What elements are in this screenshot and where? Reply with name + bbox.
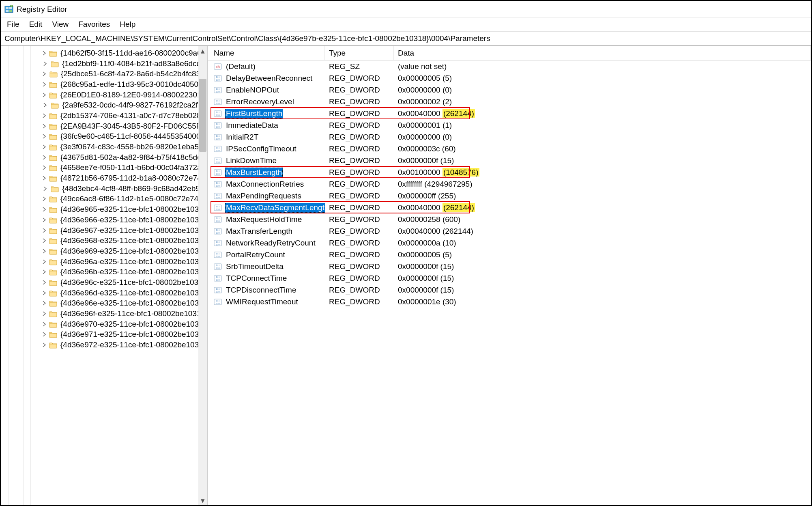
tree-item[interactable]: {4d36e965-e325-11ce-bfc1-08002be10318} [1,204,207,215]
tree-item[interactable]: {4d36e966-e325-11ce-bfc1-08002be10318} [1,215,207,225]
svg-text:110: 110 [216,185,220,187]
tree-item[interactable]: {26E0D1E0-8189-12E0-9914-080022301904} [1,90,207,100]
tree-item[interactable]: {36fc9e60-c465-11cf-8056-444553540000} [1,131,207,142]
chevron-right-icon[interactable] [42,227,47,234]
tree-item[interactable]: {48d3ebc4-4cf8-48ff-b869-9c68ad42eb9f} [1,183,207,194]
tree-item[interactable]: {4d36e968-e325-11ce-bfc1-08002be10318} [1,235,207,246]
tree-item[interactable]: {4d36e970-e325-11ce-bfc1-08002be10318} [1,319,207,329]
menu-help[interactable]: Help [120,20,135,29]
value-row[interactable]: 011110TCPDisconnectTimeREG_DWORD0x000000… [208,284,811,296]
chevron-right-icon[interactable] [42,206,47,213]
tree-item[interactable]: {2EA9B43F-3045-43B5-80F2-FD06C55FBB90} [1,121,207,131]
tree-item[interactable]: {4d36e96d-e325-11ce-bfc1-08002be10318} [1,288,207,298]
svg-text:011: 011 [216,135,220,137]
tree-item-label: {4d36e96a-e325-11ce-bfc1-08002be10318} [60,257,208,266]
chevron-right-icon[interactable] [42,50,47,56]
value-row[interactable]: 011110WMIRequestTimeoutREG_DWORD0x000000… [208,296,811,308]
value-row[interactable]: 011110ErrorRecoveryLevelREG_DWORD0x00000… [208,96,811,108]
col-header-data[interactable]: Data [394,46,811,60]
menu-edit[interactable]: Edit [29,20,43,29]
tree-item[interactable]: {49ce6ac8-6f86-11d2-b1e5-0080c72e74a2} [1,194,207,205]
value-row[interactable]: 011110DelayBetweenReconnectREG_DWORD0x00… [208,72,811,84]
value-row[interactable]: 011110MaxBurstLengthREG_DWORD0x00100000 … [208,166,811,178]
col-header-name[interactable]: Name [208,46,325,60]
value-row[interactable]: 011110FirstBurstLengthREG_DWORD0x0004000… [208,108,811,119]
value-row[interactable]: 011110IPSecConfigTimeoutREG_DWORD0x00000… [208,143,811,155]
tree-item[interactable]: {4d36e969-e325-11ce-bfc1-08002be10318} [1,246,207,256]
scroll-up-icon[interactable]: ▴ [198,46,207,55]
value-row[interactable]: 011110PortalRetryCountREG_DWORD0x0000000… [208,249,811,261]
value-row[interactable]: 011110LinkDownTimeREG_DWORD0x0000000f (1… [208,155,811,166]
tree-scrollbar[interactable]: ▴ ▾ [198,46,207,505]
chevron-right-icon[interactable] [42,144,47,150]
tree-item[interactable]: {1ed2bbf9-11f0-4084-b21f-ad83a8e6dcdc} [1,58,207,69]
chevron-right-icon[interactable] [42,237,47,244]
tree-item[interactable]: {48721b56-6795-11d2-b1a8-0080c72e74a2} [1,173,207,183]
menu-file[interactable]: File [7,20,19,29]
value-row[interactable]: 011110MaxRecvDataSegmentLengthREG_DWORD0… [208,202,811,213]
address-bar[interactable]: Computer\HKEY_LOCAL_MACHINE\SYSTEM\Curre… [1,32,811,46]
tree-item[interactable]: {2db15374-706e-4131-a0c7-d7c78eb0289a} [1,110,207,121]
chevron-right-icon[interactable] [42,217,47,223]
tree-item[interactable]: {43675d81-502a-4a82-9f84-b75f418c5dea} [1,152,207,163]
scroll-thumb[interactable] [199,79,206,152]
tree-item[interactable]: {25dbce51-6c8f-4a72-8a6d-b54c2b4fc835} [1,69,207,79]
value-row[interactable]: 011110SrbTimeoutDeltaREG_DWORD0x0000000f… [208,261,811,272]
tree-item[interactable]: {4d36e96c-e325-11ce-bfc1-08002be10318} [1,277,207,288]
chevron-right-icon[interactable] [42,185,48,192]
values-pane[interactable]: Name Type Data ab(Default)REG_SZ(value n… [208,46,811,505]
tree-item[interactable]: {268c95a1-edfe-11d3-95c3-0010dc4050a5} [1,79,207,90]
menu-view[interactable]: View [52,20,69,29]
folder-icon [49,123,57,129]
value-name: TCPConnectTime [225,273,288,283]
tree-item[interactable]: {4d36e967-e325-11ce-bfc1-08002be10318} [1,225,207,236]
chevron-right-icon[interactable] [42,154,47,161]
chevron-right-icon[interactable] [42,300,47,306]
chevron-right-icon[interactable] [42,196,47,202]
chevron-right-icon[interactable] [42,81,47,88]
chevron-right-icon[interactable] [42,269,47,275]
value-row[interactable]: 011110MaxConnectionRetriesREG_DWORD0xfff… [208,178,811,190]
chevron-right-icon[interactable] [42,290,47,296]
chevron-right-icon[interactable] [42,102,48,108]
value-row[interactable]: 011110ImmediateDataREG_DWORD0x00000001 (… [208,119,811,131]
scroll-down-icon[interactable]: ▾ [198,496,207,505]
chevron-right-icon[interactable] [42,133,47,140]
tree-item[interactable]: {14b62f50-3f15-11dd-ae16-0800200c9a66} [1,48,207,58]
chevron-right-icon[interactable] [42,321,47,327]
value-row[interactable]: 011110EnableNOPOutREG_DWORD0x00000000 (0… [208,84,811,96]
folder-icon [49,133,57,140]
tree-item[interactable]: {4d36e96b-e325-11ce-bfc1-08002be10318} [1,267,207,277]
chevron-right-icon[interactable] [42,279,47,286]
chevron-right-icon[interactable] [42,92,47,98]
tree-item[interactable]: {4d36e96e-e325-11ce-bfc1-08002be10318} [1,298,207,309]
tree-item[interactable]: {4d36e972-e325-11ce-bfc1-08002be10318} [1,340,207,350]
col-header-type[interactable]: Type [325,46,394,60]
tree-item[interactable]: {2a9fe532-0cdc-44f9-9827-76192f2ca2fb} [1,100,207,110]
chevron-right-icon[interactable] [42,60,48,67]
tree-item[interactable]: {4d36e96f-e325-11ce-bfc1-08002be10318} [1,308,207,319]
tree-item[interactable]: {4d36e96a-e325-11ce-bfc1-08002be10318} [1,256,207,267]
chevron-right-icon[interactable] [42,71,47,77]
value-row[interactable]: 011110MaxRequestHoldTimeREG_DWORD0x00000… [208,213,811,225]
chevron-right-icon[interactable] [42,123,47,129]
value-row[interactable]: 011110TCPConnectTimeREG_DWORD0x0000000f … [208,272,811,284]
value-row[interactable]: ab(Default)REG_SZ(value not set) [208,60,811,72]
chevron-right-icon[interactable] [42,331,47,338]
menu-favorites[interactable]: Favorites [78,20,110,29]
chevron-right-icon[interactable] [42,175,47,181]
chevron-right-icon[interactable] [42,164,47,171]
chevron-right-icon[interactable] [42,112,47,119]
chevron-right-icon[interactable] [42,258,47,265]
value-row[interactable]: 011110InitialR2TREG_DWORD0x00000000 (0) [208,131,811,143]
tree-item[interactable]: {4d36e971-e325-11ce-bfc1-08002be10318} [1,329,207,340]
tree-pane[interactable]: {14b62f50-3f15-11dd-ae16-0800200c9a66}{1… [1,46,208,505]
value-row[interactable]: 011110NetworkReadyRetryCountREG_DWORD0x0… [208,237,811,249]
chevron-right-icon[interactable] [42,248,47,254]
value-row[interactable]: 011110MaxPendingRequestsREG_DWORD0x00000… [208,190,811,202]
chevron-right-icon[interactable] [42,342,47,348]
value-row[interactable]: 011110MaxTransferLengthREG_DWORD0x000400… [208,225,811,237]
tree-item[interactable]: {3e3f0674-c83c-4558-bb26-9820e1eba5c5} [1,142,207,152]
tree-item[interactable]: {4658ee7e-f050-11d1-b6bd-00c04fa372a7} [1,163,207,173]
chevron-right-icon[interactable] [42,310,47,317]
